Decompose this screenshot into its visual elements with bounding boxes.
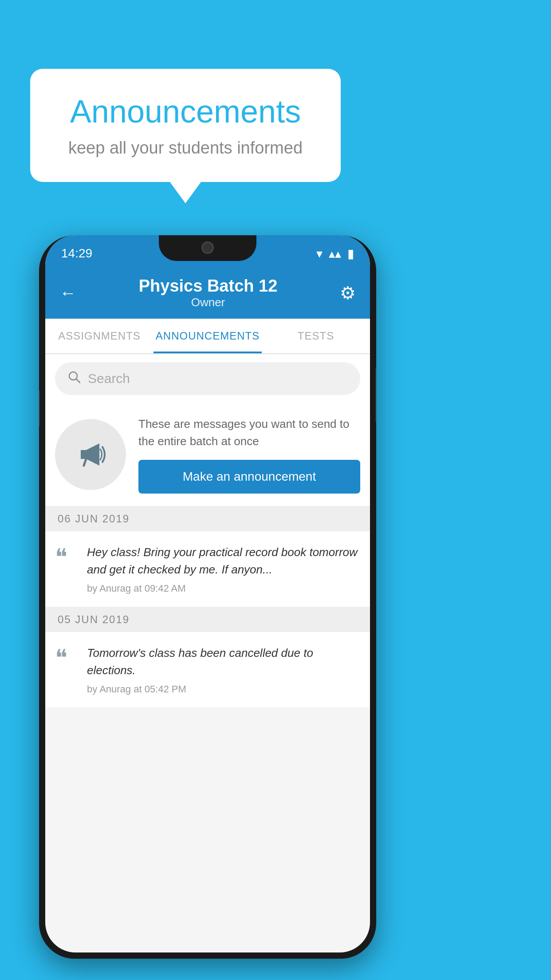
wifi-icon: ▾ bbox=[316, 246, 323, 261]
status-icons: ▾ ▴▴ ▮ bbox=[316, 246, 354, 261]
app-header: ← Physics Batch 12 Owner ⚙ bbox=[45, 267, 370, 319]
make-announcement-button[interactable]: Make an announcement bbox=[138, 460, 360, 494]
front-camera bbox=[201, 241, 214, 254]
announcement-content-1: Hey class! Bring your practical record b… bbox=[87, 544, 360, 594]
header-subtitle: Owner bbox=[139, 296, 278, 309]
tabs-container: ASSIGNMENTS ANNOUNCEMENTS TESTS bbox=[45, 319, 370, 354]
empty-description: These are messages you want to send to t… bbox=[138, 415, 360, 450]
tab-tests[interactable]: TESTS bbox=[262, 319, 370, 353]
phone-notch bbox=[159, 235, 256, 261]
search-bar[interactable]: Search bbox=[55, 362, 360, 395]
announcement-meta-2: by Anurag at 05:42 PM bbox=[87, 684, 360, 695]
content-area: Search These are messages you want to se… bbox=[45, 354, 370, 708]
battery-icon: ▮ bbox=[347, 246, 354, 261]
bubble-subtitle: keep all your students informed bbox=[57, 138, 314, 158]
search-placeholder: Search bbox=[88, 371, 130, 386]
date-separator-2: 05 JUN 2019 bbox=[45, 607, 370, 632]
announcement-content-2: Tomorrow's class has been cancelled due … bbox=[87, 644, 360, 695]
announcement-text-2: Tomorrow's class has been cancelled due … bbox=[87, 644, 360, 679]
announcement-text-1: Hey class! Bring your practical record b… bbox=[87, 544, 360, 578]
header-title: Physics Batch 12 bbox=[139, 277, 278, 296]
header-center: Physics Batch 12 Owner bbox=[139, 277, 278, 309]
search-icon bbox=[67, 370, 81, 387]
volume-button bbox=[39, 391, 40, 426]
date-separator-1: 06 JUN 2019 bbox=[45, 506, 370, 531]
tab-assignments[interactable]: ASSIGNMENTS bbox=[45, 319, 153, 353]
announcement-item-1[interactable]: ❝ Hey class! Bring your practical record… bbox=[45, 531, 370, 607]
empty-icon-circle bbox=[55, 419, 126, 490]
settings-icon[interactable]: ⚙ bbox=[340, 283, 356, 303]
svg-line-2 bbox=[84, 459, 86, 466]
empty-text-area: These are messages you want to send to t… bbox=[138, 415, 360, 494]
tab-announcements[interactable]: ANNOUNCEMENTS bbox=[153, 319, 262, 353]
quote-icon-1: ❝ bbox=[55, 545, 78, 569]
speech-bubble-container: Announcements keep all your students inf… bbox=[30, 69, 341, 182]
phone-frame: 14:29 ▾ ▴▴ ▮ ← Physics Batch 12 Owner ⚙ … bbox=[39, 235, 376, 959]
empty-state: These are messages you want to send to t… bbox=[45, 403, 370, 506]
megaphone-icon bbox=[71, 435, 110, 474]
signal-icon: ▴▴ bbox=[329, 246, 341, 261]
speech-bubble: Announcements keep all your students inf… bbox=[30, 69, 341, 182]
bubble-title: Announcements bbox=[57, 93, 314, 130]
quote-icon-2: ❝ bbox=[55, 646, 78, 669]
phone-screen: 14:29 ▾ ▴▴ ▮ ← Physics Batch 12 Owner ⚙ … bbox=[45, 235, 370, 952]
announcement-meta-1: by Anurag at 09:42 AM bbox=[87, 583, 360, 594]
status-time: 14:29 bbox=[61, 246, 92, 261]
back-button[interactable]: ← bbox=[59, 284, 76, 303]
svg-line-1 bbox=[76, 379, 80, 383]
announcement-item-2[interactable]: ❝ Tomorrow's class has been cancelled du… bbox=[45, 632, 370, 708]
power-button bbox=[375, 368, 376, 422]
